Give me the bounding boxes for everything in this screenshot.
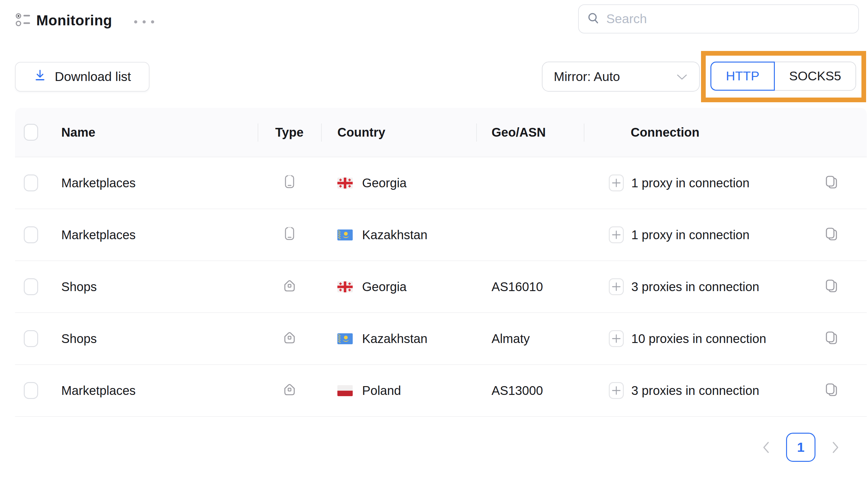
add-proxy-button[interactable] [609,278,624,295]
mobile-proxy-icon [282,174,297,192]
mirror-dropdown[interactable]: Mirror: Auto [542,62,700,92]
mirror-dropdown-value: Mirror: Auto [554,69,620,84]
add-proxy-button[interactable] [609,226,624,243]
column-header-geo: Geo/ASN [492,125,546,139]
add-proxy-button[interactable] [609,330,624,347]
table-row: Shops Kazakhstan Almaty [15,313,867,365]
table-row: Marketplaces Poland AS13000 [15,365,867,417]
copy-button[interactable] [824,175,839,191]
row-geo: AS16010 [492,280,543,294]
row-geo: Almaty [492,332,530,346]
copy-button[interactable] [824,382,839,398]
more-menu-icon[interactable] [130,15,158,29]
residential-proxy-icon [282,278,297,295]
chevron-down-icon [676,69,688,84]
previous-page-button[interactable] [759,438,773,457]
row-checkbox[interactable] [24,226,38,243]
chevron-right-icon [831,440,840,455]
copy-icon [824,330,839,347]
row-connection-label: 1 proxy in connection [631,228,749,242]
copy-button[interactable] [824,279,839,295]
add-proxy-button[interactable] [609,174,624,191]
row-checkbox[interactable] [24,382,38,399]
row-country-label: Georgia [362,176,406,190]
flag-icon [337,229,353,241]
proxy-table: Name Type Country Geo/ASN Connection Mar… [15,108,867,417]
copy-icon [824,382,839,398]
column-header-country: Country [337,125,385,139]
search-box [578,4,859,33]
flag-icon [337,333,353,344]
row-connection-label: 3 proxies in connection [631,384,759,398]
row-country-label: Georgia [362,280,406,294]
row-name: Shops [61,332,97,346]
row-name: Shops [61,280,97,294]
plus-icon [612,386,621,395]
copy-icon [824,175,839,191]
residential-proxy-icon [282,382,297,399]
plus-icon [612,334,621,343]
add-proxy-button[interactable] [609,382,624,399]
row-country-label: Poland [362,384,401,398]
row-checkbox[interactable] [24,330,38,347]
table-row: Marketplaces Kazakhstan [15,209,867,261]
column-header-type: Type [275,125,303,139]
column-header-name: Name [61,125,95,139]
row-geo: AS13000 [492,384,543,398]
protocol-tab-http[interactable]: HTTP [710,62,775,91]
row-connection-label: 10 proxies in connection [631,332,766,346]
plus-icon [612,230,621,240]
row-country-label: Kazakhstan [362,332,428,346]
copy-icon [824,227,839,243]
copy-button[interactable] [824,227,839,243]
mobile-proxy-icon [282,226,297,244]
download-icon [33,69,46,85]
row-checkbox[interactable] [24,278,38,295]
monitoring-list-icon [15,12,31,28]
plus-icon [612,178,621,188]
chevron-left-icon [761,440,771,455]
table-header-row: Name Type Country Geo/ASN Connection [15,108,867,157]
monitoring-page: Monitoring Download list Mirror: Auto [0,0,868,479]
row-connection-label: 1 proxy in connection [631,176,749,190]
row-name: Marketplaces [61,228,136,242]
row-country-label: Kazakhstan [362,228,428,242]
table-row: Shops Georgia AS16010 [15,261,867,313]
row-checkbox[interactable] [24,174,38,191]
copy-icon [824,279,839,295]
table-row: Marketplaces Georgia [15,157,867,209]
copy-button[interactable] [824,330,839,347]
row-name: Marketplaces [61,176,136,190]
next-page-button[interactable] [829,438,842,457]
page-title: Monitoring [36,12,112,29]
flag-icon [337,385,353,396]
residential-proxy-icon [282,330,297,347]
protocol-toggle: HTTP SOCKS5 [710,62,856,91]
row-name: Marketplaces [61,384,136,398]
pagination: 1 [759,433,842,462]
flag-icon [337,178,353,189]
protocol-tab-socks5[interactable]: SOCKS5 [775,62,856,90]
download-list-button[interactable]: Download list [15,62,150,92]
search-icon [586,11,601,27]
select-all-checkbox[interactable] [24,124,38,141]
column-header-connection: Connection [631,125,700,139]
download-list-label: Download list [55,69,131,84]
row-connection-label: 3 proxies in connection [631,280,759,294]
search-input[interactable] [606,11,851,26]
page-number-button[interactable]: 1 [786,433,815,462]
flag-icon [337,281,353,292]
table-body: Marketplaces Georgia [15,157,867,417]
plus-icon [612,282,621,291]
